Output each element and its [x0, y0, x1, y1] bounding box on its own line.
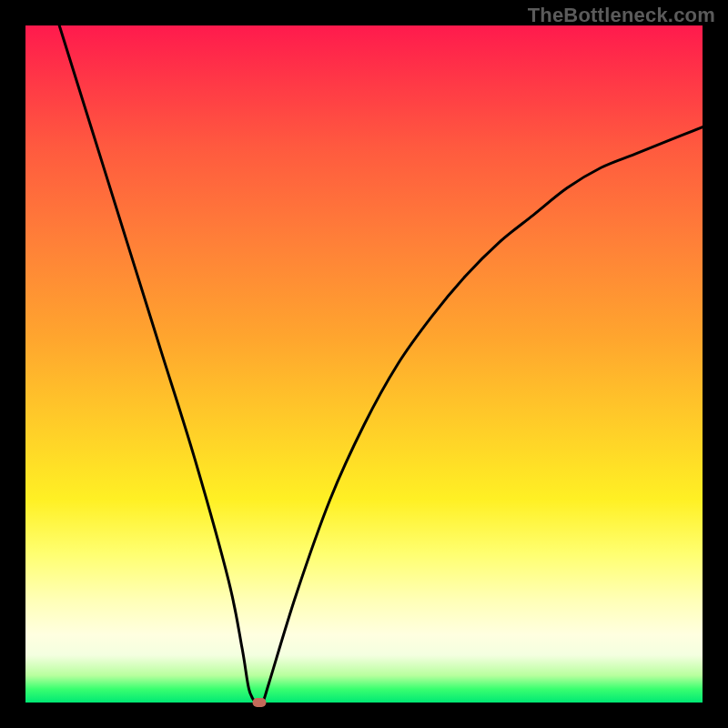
bottleneck-curve [59, 25, 703, 703]
watermark-text: TheBottleneck.com [528, 4, 715, 27]
plot-area [25, 25, 703, 703]
chart-curve-svg [25, 25, 703, 703]
chart-frame: TheBottleneck.com [0, 0, 728, 728]
min-marker [252, 698, 266, 707]
